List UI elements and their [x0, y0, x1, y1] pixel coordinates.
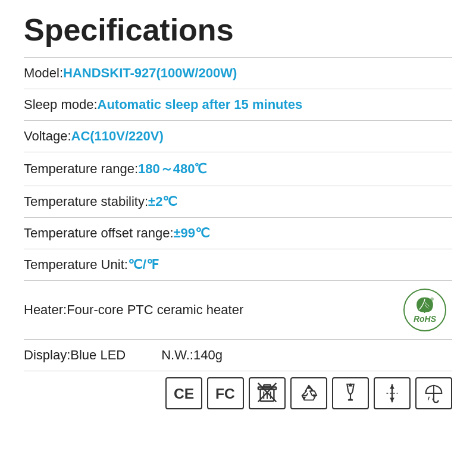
display-part: Display: Blue LED — [24, 347, 126, 363]
spec-label-temp-range: Temperature range: — [24, 161, 138, 177]
spec-value-model: HANDSKIT-927(100W/200W) — [63, 65, 237, 81]
nw-value: 140g — [193, 347, 223, 363]
rohs-leaf-icon — [414, 296, 436, 313]
display-nw-row: Display: Blue LED N.W.: 140g — [24, 340, 452, 371]
spec-row-temp-unit: Temperature Unit: ℃/℉ — [24, 249, 452, 280]
svg-marker-17 — [390, 398, 394, 403]
spec-row-sleep: Sleep mode: Automatic sleep after 15 min… — [24, 89, 452, 120]
spec-value-voltage: AC(110V/220V) — [71, 129, 164, 144]
page-title: Specifications — [24, 12, 452, 51]
spec-value-sleep: Automatic sleep after 15 minutes — [98, 97, 303, 112]
rohs-text: RoHS — [414, 314, 436, 324]
spec-label-temp-stability: Temperature stability: — [24, 194, 148, 209]
weee-cert-icon — [249, 377, 286, 409]
svg-rect-5 — [264, 385, 270, 387]
svg-text:FC: FC — [215, 386, 235, 402]
spec-value-temp-range: 180～480℃ — [138, 160, 206, 178]
display-value: Blue LED — [70, 347, 126, 363]
height-cert-icon — [374, 377, 411, 409]
spec-value-temp-unit: ℃/℉ — [128, 257, 159, 273]
umbrella-cert-icon — [415, 377, 452, 409]
recycle-cert-icon — [290, 377, 327, 409]
spec-row-temp-range: Temperature range: 180～480℃ — [24, 152, 452, 186]
heater-row: Heater: Four-core PTC ceramic heater RoH… — [24, 281, 452, 339]
spec-value-temp-offset: ±99℃ — [174, 226, 211, 241]
spec-row-temp-stability: Temperature stability: ±2℃ — [24, 186, 452, 217]
svg-marker-16 — [390, 384, 394, 389]
spec-label-sleep: Sleep mode: — [24, 97, 98, 112]
fc-cert-icon: FC — [207, 377, 244, 409]
heater-label: Heater: — [24, 302, 67, 318]
spec-label-temp-unit: Temperature Unit: — [24, 257, 128, 273]
page-container: Specifications Model: HANDSKIT-927(100W/… — [0, 0, 476, 476]
spec-row-temp-offset: Temperature offset range: ±99℃ — [24, 218, 452, 249]
fragile-cert-icon — [332, 377, 369, 409]
svg-point-0 — [430, 298, 434, 301]
nw-part: N.W.: 140g — [161, 347, 223, 363]
spec-row-voltage: Voltage: AC(110V/220V) — [24, 121, 452, 152]
heater-value: Four-core PTC ceramic heater — [67, 302, 243, 318]
heater-left: Heater: Four-core PTC ceramic heater — [24, 302, 243, 318]
spec-label-temp-offset: Temperature offset range: — [24, 226, 174, 241]
svg-line-20 — [428, 397, 430, 400]
svg-text:CE: CE — [174, 386, 194, 402]
rohs-badge: RoHS — [403, 289, 446, 331]
spec-label-voltage: Voltage: — [24, 129, 71, 144]
nw-label: N.W.: — [161, 347, 193, 363]
spec-row-model: Model: HANDSKIT-927(100W/200W) — [24, 58, 452, 89]
spec-value-temp-stability: ±2℃ — [148, 194, 177, 209]
cert-icons-row: CE FC — [24, 371, 452, 409]
ce-cert-icon: CE — [165, 377, 202, 409]
spec-label-model: Model: — [24, 65, 63, 81]
display-label: Display: — [24, 347, 70, 363]
